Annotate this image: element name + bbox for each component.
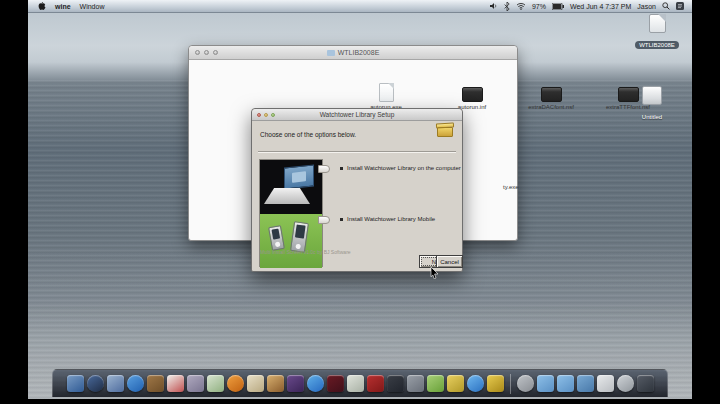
dock-icon-purple-star-app[interactable] (287, 375, 304, 392)
dock-icon-contacts[interactable] (147, 375, 164, 392)
file-autorun-inf[interactable]: autorun.inf (432, 83, 512, 111)
dock-icon-blue-sphere-app[interactable] (467, 375, 484, 392)
dock-icon-mail[interactable] (107, 375, 124, 392)
file-icon (462, 87, 483, 102)
desktop-disc-label: WTLIB2008E (635, 41, 679, 49)
install-package-icon (436, 121, 454, 138)
callout-tab (318, 216, 330, 224)
dock-icon-calendar[interactable] (167, 375, 184, 392)
dock-icon-toolbox[interactable] (487, 375, 504, 392)
apple-menu-icon[interactable] (38, 2, 46, 11)
dock-icon-autocad[interactable] (367, 375, 384, 392)
installer-title-bar[interactable]: Watchtower Library Setup (252, 109, 462, 121)
cancel-button[interactable]: Cancel (436, 255, 463, 268)
file-label: extraTTFfont.nsf (588, 104, 668, 111)
dock-icon-maroon-app[interactable] (327, 375, 344, 392)
dock-icon-trash[interactable] (637, 375, 654, 392)
option-label: Install Watchtower Library Mobile (347, 216, 435, 222)
installer-footnote: Multi Install Screen v1.0c by BJ Softwar… (260, 249, 351, 255)
volume-icon[interactable] (490, 2, 498, 10)
dock-icon-yellow-app[interactable] (447, 375, 464, 392)
file-autorun-exe[interactable]: autorun.exe (346, 83, 426, 111)
computer-graphic (260, 160, 322, 214)
folder-icon (327, 50, 335, 56)
finder-title-bar[interactable]: WTLIB2008E (189, 46, 517, 60)
desktop: wine Window 97% Wed Jun 4 7:37 PM Jaso (28, 0, 692, 399)
disc-image-icon (649, 14, 666, 33)
menu-bar: wine Window 97% Wed Jun 4 7:37 PM Jaso (28, 0, 692, 13)
dock-icon-finder[interactable] (67, 375, 84, 392)
dock-icon-applications-folder[interactable] (577, 375, 594, 392)
desktop-drive-label: Untitled (642, 114, 662, 120)
menu-user[interactable]: Jason (637, 3, 656, 10)
file-icon (618, 87, 639, 102)
notification-center-icon[interactable] (676, 2, 684, 10)
option-label: Install Watchtower Library on the comput… (347, 165, 461, 171)
installer-dialog: Watchtower Library Setup Choose one of t… (251, 108, 463, 272)
video-frame: wine Window 97% Wed Jun 4 7:37 PM Jaso (0, 0, 720, 404)
option-bullet-icon (340, 167, 343, 170)
install-option-1[interactable]: Install Watchtower Library on the comput… (340, 165, 461, 171)
file-icon (379, 83, 394, 102)
dock-icon-photo-booth[interactable] (187, 375, 204, 392)
dock-icon-garageband[interactable] (267, 375, 284, 392)
dock-icon-numbers[interactable] (427, 375, 444, 392)
callout-tab (318, 165, 330, 173)
dock-icon-downloads-folder[interactable] (557, 375, 574, 392)
battery-percent[interactable]: 97% (532, 3, 546, 10)
file-label: extraDACfont.nsf (511, 104, 591, 111)
desktop-icon-disc[interactable]: WTLIB2008E (635, 14, 679, 51)
file-extradacfont-nsf[interactable]: extraDACfont.nsf (511, 83, 591, 111)
dock (52, 369, 668, 397)
dock-icon-textedit[interactable] (347, 375, 364, 392)
menu-app-name[interactable]: wine (55, 3, 71, 10)
dock-icon-messages[interactable] (207, 375, 224, 392)
partially-hidden-file-label[interactable]: ty.exe (503, 184, 519, 190)
menu-clock[interactable]: Wed Jun 4 7:37 PM (570, 3, 631, 10)
wifi-icon[interactable] (516, 2, 526, 10)
mobile-devices-graphic (260, 214, 322, 268)
dock-icon-notes[interactable] (247, 375, 264, 392)
dock-icon-system-prefs[interactable] (617, 375, 634, 392)
installer-title: Watchtower Library Setup (252, 111, 462, 118)
file-icon (541, 87, 562, 102)
bluetooth-icon[interactable] (504, 2, 510, 11)
file-extrattffont-nsf[interactable]: extraTTFfont.nsf (588, 83, 668, 111)
dock-icon-dark-globe[interactable] (87, 375, 104, 392)
option-bullet-icon (340, 218, 343, 221)
mouse-cursor (430, 265, 439, 277)
menu-window[interactable]: Window (80, 3, 105, 10)
dock-icon-dark-utility[interactable] (387, 375, 404, 392)
dock-icon-document-stack[interactable] (597, 375, 614, 392)
dock-icon-documents-folder[interactable] (537, 375, 554, 392)
install-option-2[interactable]: Install Watchtower Library Mobile (340, 216, 435, 222)
dock-icon-orange-app[interactable] (227, 375, 244, 392)
dock-icon-gray-globe[interactable] (517, 375, 534, 392)
dock-icon-app-store[interactable] (127, 375, 144, 392)
divider (258, 151, 456, 153)
finder-window-title: WTLIB2008E (189, 49, 517, 56)
spotlight-search-icon[interactable] (662, 2, 670, 10)
dock-icon-gray-camera-app[interactable] (407, 375, 424, 392)
dock-icon-itunes[interactable] (307, 375, 324, 392)
dock-separator (510, 374, 511, 394)
installer-instruction: Choose one of the options below. (260, 131, 356, 138)
battery-icon[interactable] (552, 3, 564, 10)
